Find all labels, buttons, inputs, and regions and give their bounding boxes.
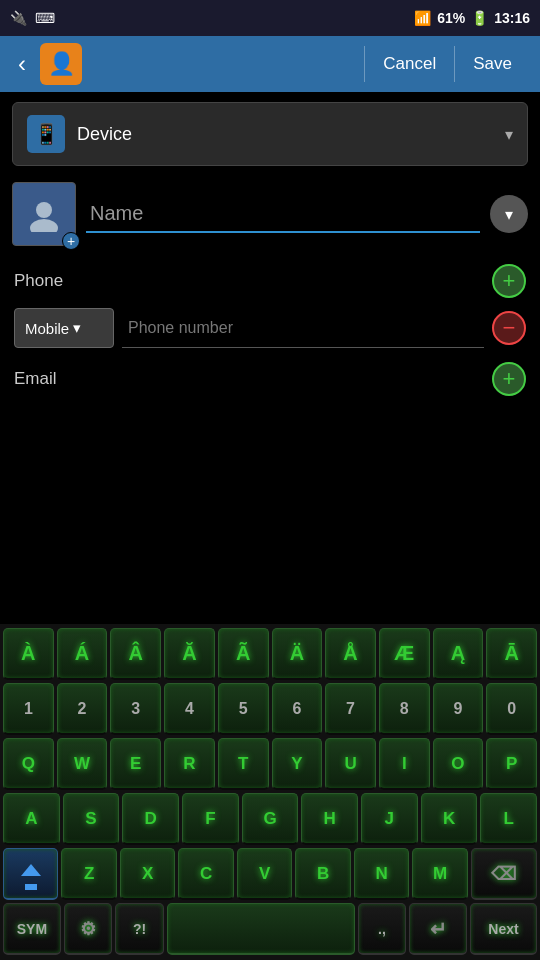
add-phone-button[interactable]: +: [492, 264, 526, 298]
contact-avatar-icon: 👤: [40, 43, 82, 85]
key-Á[interactable]: Á: [57, 628, 108, 680]
status-left-icons: 🔌 ⌨: [10, 10, 55, 26]
shift-key[interactable]: [3, 848, 58, 900]
key-Q[interactable]: Q: [3, 738, 54, 790]
signal-icon: 📶: [414, 10, 431, 26]
enter-key[interactable]: ↵: [409, 903, 467, 955]
key-T[interactable]: T: [218, 738, 269, 790]
key-6[interactable]: 6: [272, 683, 323, 735]
keyboard-row-special: À Á Â Ă Ã Ä Å Æ Ą Ā: [3, 628, 537, 680]
key-9[interactable]: 9: [433, 683, 484, 735]
key-F[interactable]: F: [182, 793, 239, 845]
battery-icon: 🔋: [471, 10, 488, 26]
keyboard-row-numbers: 1 2 3 4 5 6 7 8 9 0: [3, 683, 537, 735]
key-2[interactable]: 2: [57, 683, 108, 735]
key-J[interactable]: J: [361, 793, 418, 845]
key-R[interactable]: R: [164, 738, 215, 790]
contact-row: + ▾: [0, 174, 540, 254]
key-E[interactable]: E: [110, 738, 161, 790]
phone-section-title: Phone: [14, 271, 63, 291]
key-H[interactable]: H: [301, 793, 358, 845]
key-Ą[interactable]: Ą: [433, 628, 484, 680]
status-bar: 🔌 ⌨ 📶 61% 🔋 13:16: [0, 0, 540, 36]
key-S[interactable]: S: [63, 793, 120, 845]
phone-number-input[interactable]: [122, 309, 484, 348]
usb-icon: 🔌: [10, 10, 27, 26]
key-5[interactable]: 5: [218, 683, 269, 735]
key-Z[interactable]: Z: [61, 848, 116, 900]
key-I[interactable]: I: [379, 738, 430, 790]
key-M[interactable]: M: [412, 848, 467, 900]
keyboard-row-zxcv: Z X C V B N M ⌫: [3, 848, 537, 900]
time-display: 13:16: [494, 10, 530, 26]
settings-key[interactable]: ⚙: [64, 903, 112, 955]
key-1[interactable]: 1: [3, 683, 54, 735]
key-Å[interactable]: Å: [325, 628, 376, 680]
cancel-button[interactable]: Cancel: [364, 46, 454, 82]
key-Y[interactable]: Y: [272, 738, 323, 790]
space-key[interactable]: [167, 903, 355, 955]
key-B[interactable]: B: [295, 848, 350, 900]
key-Â[interactable]: Â: [110, 628, 161, 680]
key-4[interactable]: 4: [164, 683, 215, 735]
remove-phone-button[interactable]: −: [492, 311, 526, 345]
expand-button[interactable]: ▾: [490, 195, 528, 233]
key-Ä[interactable]: Ä: [272, 628, 323, 680]
contact-avatar-wrap: +: [12, 182, 76, 246]
key-V[interactable]: V: [237, 848, 292, 900]
keyboard-icon: ⌨: [35, 10, 55, 26]
dot-comma-key[interactable]: .,: [358, 903, 406, 955]
email-section-header: Email +: [0, 356, 540, 402]
next-key[interactable]: Next: [470, 903, 537, 955]
device-selector[interactable]: 📱 Device ▾: [12, 102, 528, 166]
keyboard: À Á Â Ă Ã Ä Å Æ Ą Ā 1 2 3 4 5 6 7 8 9 0 …: [0, 624, 540, 960]
key-A[interactable]: A: [3, 793, 60, 845]
key-X[interactable]: X: [120, 848, 175, 900]
device-icon: 📱: [27, 115, 65, 153]
svg-point-0: [36, 202, 52, 218]
key-N[interactable]: N: [354, 848, 409, 900]
add-email-button[interactable]: +: [492, 362, 526, 396]
battery-level: 61%: [437, 10, 465, 26]
key-O[interactable]: O: [433, 738, 484, 790]
save-button[interactable]: Save: [454, 46, 530, 82]
phone-row: Mobile ▾ −: [0, 304, 540, 356]
nav-actions: Cancel Save: [364, 46, 530, 82]
add-photo-badge[interactable]: +: [62, 232, 80, 250]
back-button[interactable]: ‹: [10, 42, 34, 86]
svg-point-1: [30, 219, 58, 232]
key-W[interactable]: W: [57, 738, 108, 790]
key-P[interactable]: P: [486, 738, 537, 790]
key-À[interactable]: À: [3, 628, 54, 680]
keyboard-row-bottom: SYM ⚙ ?! ., ↵ Next: [3, 903, 537, 955]
key-8[interactable]: 8: [379, 683, 430, 735]
name-input[interactable]: [86, 196, 480, 233]
backspace-key[interactable]: ⌫: [471, 848, 537, 900]
key-3[interactable]: 3: [110, 683, 161, 735]
keyboard-row-qwerty: Q W E R T Y U I O P: [3, 738, 537, 790]
device-label: Device: [77, 124, 505, 145]
email-section-title: Email: [14, 369, 57, 389]
key-Ã[interactable]: Ã: [218, 628, 269, 680]
key-Ă[interactable]: Ă: [164, 628, 215, 680]
key-7[interactable]: 7: [325, 683, 376, 735]
status-right-info: 📶 61% 🔋 13:16: [414, 10, 530, 26]
phone-section-header: Phone +: [0, 254, 540, 304]
key-Æ[interactable]: Æ: [379, 628, 430, 680]
key-C[interactable]: C: [178, 848, 233, 900]
punct-key[interactable]: ?!: [115, 903, 163, 955]
key-0[interactable]: 0: [486, 683, 537, 735]
keyboard-row-asdf: A S D F G H J K L: [3, 793, 537, 845]
key-U[interactable]: U: [325, 738, 376, 790]
key-L[interactable]: L: [480, 793, 537, 845]
device-chevron-icon: ▾: [505, 125, 513, 144]
key-G[interactable]: G: [242, 793, 299, 845]
key-D[interactable]: D: [122, 793, 179, 845]
sym-key[interactable]: SYM: [3, 903, 61, 955]
nav-bar: ‹ 👤 Cancel Save: [0, 36, 540, 92]
phone-type-button[interactable]: Mobile ▾: [14, 308, 114, 348]
key-Ā[interactable]: Ā: [486, 628, 537, 680]
key-K[interactable]: K: [421, 793, 478, 845]
